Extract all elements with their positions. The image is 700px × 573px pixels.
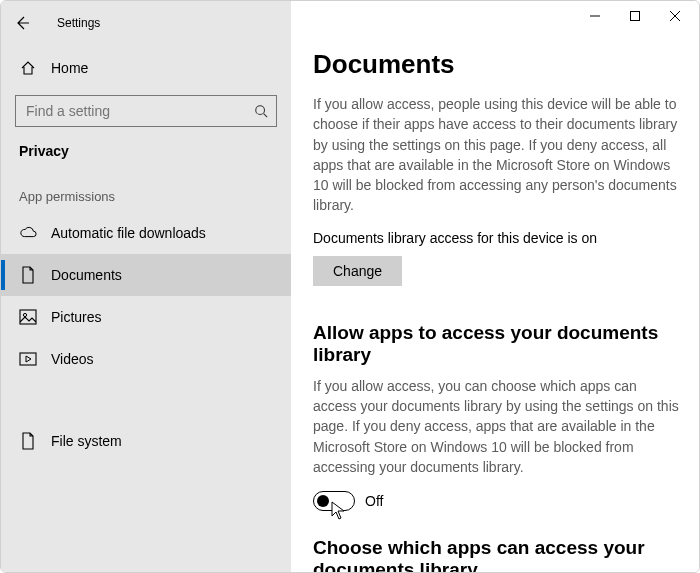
- svg-rect-6: [631, 12, 640, 21]
- sidebar-item-pictures[interactable]: Pictures: [1, 296, 291, 338]
- sidebar-item-file-system[interactable]: File system: [1, 420, 291, 462]
- svg-rect-4: [20, 353, 36, 365]
- page-title: Documents: [313, 49, 679, 80]
- sidebar-item-label: Pictures: [51, 309, 102, 325]
- toggle-state-label: Off: [365, 493, 383, 509]
- file-icon: [19, 432, 37, 450]
- videos-icon: [19, 350, 37, 368]
- back-arrow-icon: [14, 15, 30, 31]
- maximize-button[interactable]: [615, 3, 655, 29]
- sidebar-item-label: Documents: [51, 267, 122, 283]
- allow-toggle[interactable]: [313, 491, 355, 511]
- svg-rect-2: [20, 310, 36, 324]
- sidebar-item-label: File system: [51, 433, 122, 449]
- choose-heading: Choose which apps can access your docume…: [313, 537, 679, 572]
- window-title: Settings: [57, 16, 100, 30]
- sidebar-item-automatic-file-downloads[interactable]: Automatic file downloads: [1, 212, 291, 254]
- minimize-button[interactable]: [575, 3, 615, 29]
- home-nav[interactable]: Home: [1, 49, 291, 87]
- search-icon: [253, 103, 269, 119]
- svg-line-1: [264, 114, 268, 118]
- sidebar-item-label: Videos: [51, 351, 94, 367]
- toggle-knob: [317, 495, 329, 507]
- home-label: Home: [51, 60, 88, 76]
- maximize-icon: [630, 11, 640, 21]
- section-label: Privacy: [1, 137, 291, 177]
- cloud-icon: [19, 224, 37, 242]
- content-pane: Documents If you allow access, people us…: [291, 1, 699, 572]
- close-icon: [670, 11, 680, 21]
- allow-body: If you allow access, you can choose whic…: [313, 376, 679, 477]
- sidebar: Settings Home Privacy App permissions Au…: [1, 1, 291, 572]
- sidebar-subheader: App permissions: [1, 177, 291, 212]
- titlebar: Settings: [1, 9, 291, 37]
- minimize-icon: [590, 11, 600, 21]
- home-icon: [19, 59, 37, 77]
- intro-text: If you allow access, people using this d…: [313, 94, 679, 216]
- svg-point-0: [256, 106, 265, 115]
- search-input[interactable]: [15, 95, 277, 127]
- access-status: Documents library access for this device…: [313, 230, 679, 246]
- sidebar-item-documents[interactable]: Documents: [1, 254, 291, 296]
- close-button[interactable]: [655, 3, 695, 29]
- window-controls: [575, 3, 695, 29]
- document-icon: [19, 266, 37, 284]
- sidebar-item-label: Automatic file downloads: [51, 225, 206, 241]
- allow-heading: Allow apps to access your documents libr…: [313, 322, 679, 366]
- pictures-icon: [19, 308, 37, 326]
- back-button[interactable]: [7, 9, 37, 37]
- sidebar-item-videos[interactable]: Videos: [1, 338, 291, 380]
- change-button[interactable]: Change: [313, 256, 402, 286]
- svg-point-3: [23, 313, 26, 316]
